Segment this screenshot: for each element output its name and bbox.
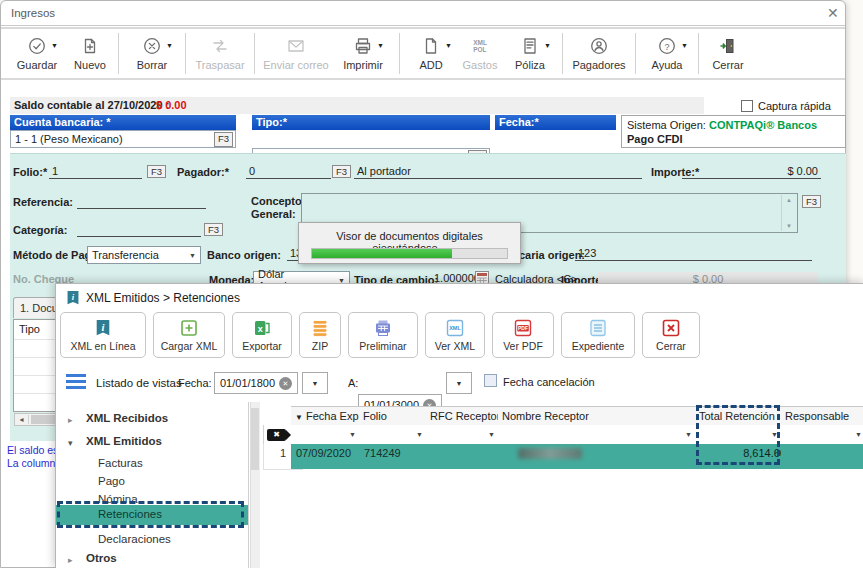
pagador-nombre-input[interactable]: Al portador <box>354 164 642 179</box>
tree-expanded-icon[interactable]: ▾ <box>68 438 73 448</box>
xml-en-linea-button[interactable]: i XML en Línea <box>60 312 146 358</box>
svg-text:PDF: PDF <box>518 325 528 331</box>
progress-fill <box>312 249 452 258</box>
banco-origen-label: Banco origen: <box>207 249 281 261</box>
saldo-value: $ 0.00 <box>156 99 187 111</box>
cell-rfc-receptor[interactable] <box>426 444 508 469</box>
nuevo-button[interactable]: Nuevo <box>67 29 113 78</box>
chevron-down-icon[interactable]: ▼ <box>681 42 688 49</box>
chevron-down-icon[interactable]: ▼ <box>377 42 384 49</box>
scroll-up-icon: ▲ <box>786 197 792 203</box>
importe-input[interactable]: $ 0.00 <box>682 164 821 179</box>
tree-item-pago[interactable]: Pago <box>98 475 125 487</box>
poliza-button[interactable]: ▼ Póliza <box>503 29 557 78</box>
cerrar-dialog-button[interactable]: Cerrar <box>642 312 700 358</box>
close-icon[interactable]: ✕ <box>827 5 839 21</box>
tree-item-otros[interactable]: Otros <box>86 552 117 564</box>
toolbar-separator <box>399 33 400 74</box>
referencia-label: Referencia: <box>13 196 73 208</box>
tree-collapsed-icon[interactable]: ▸ <box>68 415 73 425</box>
toolbar-separator <box>185 33 186 74</box>
cuenta-bancaria-field[interactable]: 1 - 1 (Peso Mexicano) F3 <box>10 130 236 148</box>
chevron-down-icon[interactable]: ▼ <box>445 42 452 49</box>
add-button[interactable]: ▼ ADD <box>405 29 457 78</box>
concepto-label-2: General: <box>251 208 296 220</box>
tree-item-facturas[interactable]: Facturas <box>98 457 143 469</box>
cuenta-origen-input[interactable]: 123 <box>575 246 812 261</box>
toolbar-separator <box>562 33 563 74</box>
ver-xml-button[interactable]: XML Ver XML <box>425 312 485 358</box>
concepto-label-1: Concepto <box>251 195 302 207</box>
clear-icon[interactable]: ✕ <box>279 377 292 390</box>
window-title: Ingresos <box>11 7 55 19</box>
tree-item-xml-emitidos[interactable]: XML Emitidos <box>86 435 162 447</box>
add-square-icon <box>180 319 198 337</box>
fecha-desde-input[interactable]: 01/01/1800 ✕ <box>214 372 298 394</box>
filter-cell-nombre[interactable]: ▼ <box>498 425 696 445</box>
chevron-down-icon[interactable]: ▼ <box>166 42 173 49</box>
scrollbar[interactable]: ▲ ▼ <box>781 195 796 231</box>
svg-text:?: ? <box>664 42 669 52</box>
preliminar-button[interactable]: Preliminar <box>348 312 418 358</box>
metodo-pago-select[interactable]: Transferencia▼ <box>87 246 201 264</box>
cell-nombre-receptor[interactable] <box>498 444 705 469</box>
f3-button[interactable]: F3 <box>204 223 223 236</box>
transfer-icon <box>210 36 230 56</box>
fecha-cancelacion-label: Fecha cancelación <box>503 376 595 388</box>
referencia-input[interactable] <box>77 194 206 209</box>
borrar-button[interactable]: ▼ Borrar <box>124 29 180 78</box>
cerrar-button[interactable]: Cerrar <box>704 29 752 78</box>
pagador-input[interactable]: 0 <box>246 164 331 179</box>
folio-input[interactable]: 1 <box>49 164 142 179</box>
filter-cell-folio[interactable]: ▼ <box>359 425 427 445</box>
ver-pdf-button[interactable]: PDF Ver PDF <box>492 312 554 358</box>
fecha-hasta-dropdown[interactable]: ▼ <box>446 372 472 394</box>
excel-icon: x <box>253 319 271 337</box>
sistema-origen-panel: Sistema Origen: CONTPAQi® Bancos Pago CF… <box>621 115 846 148</box>
imprimir-button[interactable]: ▼ Imprimir <box>332 29 394 78</box>
file-lines-icon <box>589 319 607 337</box>
footer-note-1: El saldo es <box>7 444 58 456</box>
scroll-down-icon: ▼ <box>786 223 792 229</box>
captura-rapida-checkbox[interactable] <box>741 100 753 112</box>
tree-collapsed-icon[interactable]: ▸ <box>68 555 73 565</box>
filter-clear-badge[interactable]: ✖ <box>267 429 286 441</box>
f3-button[interactable]: F3 <box>214 132 233 147</box>
cell-fecha-exp[interactable]: 07/09/2020 <box>291 444 369 469</box>
close-x-icon <box>662 319 680 337</box>
filter-row-header[interactable]: ✖ <box>263 425 293 445</box>
exportar-button[interactable]: x Exportar <box>232 312 292 358</box>
tree-scrollbar-thumb[interactable] <box>251 408 259 470</box>
cargar-xml-button[interactable]: Cargar XML <box>153 312 225 358</box>
zip-button[interactable]: ZIP <box>299 312 341 358</box>
zip-stack-icon <box>311 319 329 337</box>
filter-cell-rfc[interactable]: ▼ <box>426 425 499 445</box>
expediente-button[interactable]: Expediente <box>561 312 635 358</box>
fecha-desde-dropdown[interactable]: ▼ <box>302 372 328 394</box>
svg-text:XML: XML <box>449 325 461 331</box>
gastos-button: XMLPOL Gastos <box>457 29 503 78</box>
pagador-label: Pagador:* <box>177 166 229 178</box>
cell-responsable[interactable] <box>781 444 863 469</box>
total-retencion-highlight-box <box>696 405 780 465</box>
chevron-down-icon[interactable]: ▼ <box>51 42 58 49</box>
filter-cell-responsable[interactable]: ▼ <box>781 425 863 445</box>
filter-cell-fecha[interactable]: ▼ <box>291 425 360 445</box>
tree-item-xml-recibidos[interactable]: XML Recibidos <box>86 412 168 424</box>
info-banner-icon: i <box>94 319 112 337</box>
f3-button[interactable]: F3 <box>332 165 351 178</box>
fecha-cancelacion-checkbox[interactable] <box>484 374 497 387</box>
guardar-button[interactable]: ▼ Guardar <box>7 29 67 78</box>
preview-printer-icon <box>374 319 392 337</box>
cell-folio[interactable]: 714249 <box>359 444 436 469</box>
categoria-input[interactable] <box>77 222 201 237</box>
dialog-title: XML Emitidos > Retenciones <box>86 291 240 305</box>
tree-item-declaraciones[interactable]: Declaraciones <box>98 533 171 545</box>
views-menu-icon[interactable] <box>66 374 86 392</box>
chevron-down-icon[interactable]: ▼ <box>544 42 551 49</box>
pagadores-button[interactable]: Pagadores <box>568 29 630 78</box>
scroll-left-icon[interactable]: ◂ <box>15 415 29 424</box>
f3-button[interactable]: F3 <box>147 165 166 178</box>
f3-button[interactable]: F3 <box>802 195 821 208</box>
ayuda-button[interactable]: ? ▼ Ayuda <box>641 29 693 78</box>
